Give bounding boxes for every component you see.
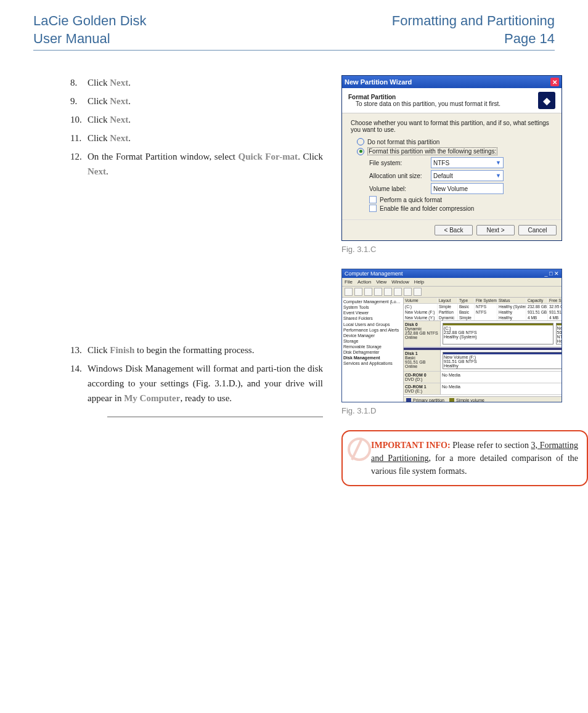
checkbox-icon — [369, 205, 377, 212]
disk-row[interactable]: CD-ROM 1DVD (E:) No Media — [404, 383, 562, 395]
disk-row[interactable]: Disk 0Dynamic 232.88 GB NTFS Online (C:)… — [404, 321, 562, 347]
step-number: 12. — [70, 149, 88, 179]
important-label: IMPORTANT INFO: — [371, 441, 451, 450]
dialog-titlebar: New Partition Wizard ✕ — [342, 76, 561, 88]
disk-row[interactable]: CD-ROM 0DVD (D:) No Media — [404, 372, 562, 383]
step-number: 10. — [70, 112, 88, 127]
term-next: Next — [110, 115, 128, 124]
cancel-button[interactable]: Cancel — [518, 225, 557, 235]
disk-row[interactable]: Disk 1Basic 931.51 GB Online New Volume … — [404, 350, 562, 372]
nav-tree[interactable]: Computer Management (Local) System Tools… — [342, 298, 404, 402]
input-volume-label[interactable]: New Volume — [431, 183, 504, 194]
volume-table: Volume Layout Type File System Status Ca… — [404, 298, 562, 321]
dialog-heading: Format Partition — [348, 94, 500, 100]
figure-31d-window: Computer Management _ □ ✕ File Action Vi… — [341, 269, 562, 402]
step-number: 9. — [70, 94, 88, 108]
label-volume-label: Volume label: — [369, 185, 431, 192]
term-my-computer: My Computer — [124, 393, 180, 403]
term-next: Next — [110, 78, 128, 88]
term-next: Next — [88, 166, 106, 176]
chevron-down-icon: ▼ — [496, 173, 501, 179]
select-allocation-unit[interactable]: Default▼ — [431, 170, 504, 181]
table-row[interactable]: New Volume (Y:)DynamicSimpleHealthy4 MB4… — [404, 315, 562, 320]
section-title: Formatting and Partitioning — [392, 12, 555, 30]
label-allocation-unit: Allocation unit size: — [369, 173, 431, 179]
menu-bar[interactable]: File Action View Window Help — [342, 278, 561, 287]
term-next: Next — [110, 133, 128, 143]
step-10: 10. Click Next. — [70, 112, 323, 127]
disk-map: Disk 0Dynamic 232.88 GB NTFS Online (C:)… — [404, 321, 562, 396]
checkbox-compression[interactable]: Enable file and folder compression — [369, 205, 553, 212]
figure-c-caption: Fig. 3.1.C — [341, 245, 588, 254]
step-14: 14. Windows Disk Management will format … — [70, 361, 323, 405]
steps-list: 8. Click Next. 9. Click Next. 10. Click … — [33, 75, 323, 486]
close-icon[interactable]: ✕ — [550, 78, 559, 86]
figure-d-caption: Fig. 3.1.D — [341, 406, 588, 415]
label-file-system: File system: — [369, 160, 431, 166]
select-file-system[interactable]: NTFS▼ — [431, 157, 504, 168]
radio-icon — [357, 148, 364, 155]
radio-icon — [357, 138, 364, 145]
back-button[interactable]: < Back — [435, 225, 473, 235]
table-row[interactable]: New Volume (F:)PartitionBasicNTFSHealthy… — [404, 309, 562, 315]
step-9: 9. Click Next. — [70, 94, 323, 108]
toolbar[interactable] — [342, 287, 561, 298]
radio-format-settings[interactable]: Format this partition with the following… — [357, 147, 553, 155]
chevron-down-icon: ▼ — [496, 160, 501, 166]
product-name: LaCie Golden Disk — [33, 12, 146, 30]
section-divider — [107, 417, 323, 417]
dialog-title-text: New Partition Wizard — [345, 78, 412, 86]
step-12: 12. On the Format Partition window, sele… — [70, 149, 323, 179]
important-info-box: IMPORTANT INFO: Please refer to section … — [341, 430, 588, 486]
step-8: 8. Click Next. — [70, 75, 323, 90]
page-header: LaCie Golden Disk User Manual Formatting… — [33, 12, 555, 51]
term-quick-format: Quick For-mat — [239, 152, 298, 161]
dialog-subheading: To store data on this partition, you mus… — [348, 100, 500, 107]
step-number: 14. — [70, 361, 88, 405]
step-number: 11. — [70, 131, 88, 145]
figure-31c-dialog: New Partition Wizard ✕ Format Partition … — [341, 75, 562, 241]
step-number: 8. — [70, 75, 88, 90]
radio-no-format[interactable]: Do not format this partition — [357, 138, 553, 145]
term-next: Next — [110, 96, 128, 106]
page-number: Page 14 — [504, 30, 555, 48]
step-13: 13. Click Finish to begin the formatting… — [70, 343, 323, 357]
term-finish: Finish — [110, 345, 134, 355]
checkbox-quick-format[interactable]: Perform a quick format — [369, 196, 553, 203]
step-11: 11. Click Next. — [70, 131, 323, 145]
table-row[interactable]: (C:)SimpleBasicNTFSHealthy (System)232.8… — [404, 304, 562, 309]
dialog-prompt: Choose whether you want to format this p… — [351, 120, 553, 133]
checkbox-icon — [369, 196, 377, 203]
next-button[interactable]: Next > — [476, 225, 515, 235]
doc-type: User Manual — [33, 30, 146, 48]
disk-legend: Primary partition Simple volume — [404, 396, 562, 402]
partition-icon: ◆ — [538, 92, 555, 109]
alert-icon — [348, 438, 371, 461]
window-titlebar: Computer Management _ □ ✕ — [342, 269, 561, 278]
step-number: 13. — [70, 343, 88, 357]
